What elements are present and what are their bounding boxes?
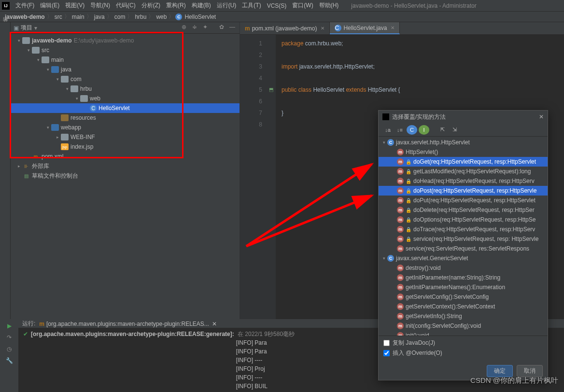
menu-view[interactable]: 视图(V) <box>62 1 87 10</box>
sort-alpha-icon[interactable]: ↓a <box>382 125 393 135</box>
class-icon: C <box>175 14 182 20</box>
project-tool-window: ▣ 项目 ▾ ⊕ ≑ ✦ ✿ — ▾javaweb-demoE:\study\j… <box>11 22 240 319</box>
tab-helloservlet[interactable]: C HelloServlet.java ✕ <box>330 22 400 34</box>
close-icon[interactable]: ✕ <box>321 26 324 31</box>
rerun-icon[interactable]: ↷ <box>4 334 14 344</box>
ok-button[interactable]: 确定 <box>487 365 513 377</box>
dialog-footer: 复制 JavaDoc(J) 插入 @Override(O) <box>379 336 548 362</box>
menu-build[interactable]: 构建(B) <box>189 1 214 10</box>
run-label: 运行: <box>22 320 35 328</box>
app-icon <box>382 113 389 120</box>
crumb-main[interactable]: main <box>71 14 85 20</box>
left-gutter-bar: 结构 <box>0 22 11 319</box>
expand-all-icon[interactable]: ⇱ <box>437 125 448 135</box>
filter-class-icon[interactable]: C <box>407 125 417 135</box>
menu-bar: IJ 文件(F) 编辑(E) 视图(V) 导航(N) 代码(C) 分析(Z) 重… <box>0 0 564 12</box>
menu-edit[interactable]: 编辑(E) <box>37 1 62 10</box>
menu-analyze[interactable]: 分析(Z) <box>139 1 163 10</box>
tab-pom[interactable]: m pom.xml (javaweb-demo) ✕ <box>240 22 330 34</box>
close-icon[interactable]: ✕ <box>539 113 544 120</box>
run-config-tab[interactable]: m [org.apache.maven.plugins:maven-archet… <box>35 321 221 327</box>
menu-nav[interactable]: 导航(N) <box>87 1 113 10</box>
hide-icon[interactable]: — <box>228 24 237 32</box>
menu-code[interactable]: 代码(C) <box>113 1 139 10</box>
sort-type-icon[interactable]: ↓≡ <box>395 125 405 135</box>
crumb-java[interactable]: java <box>93 14 106 20</box>
menu-refactor[interactable]: 重构(R) <box>163 1 189 10</box>
dialog-title: 选择覆盖/实现的方法 <box>392 113 446 121</box>
close-icon[interactable]: ✕ <box>391 25 395 30</box>
gutter-icons: ⬒ <box>266 35 276 319</box>
line-numbers: 12345678 <box>240 35 266 319</box>
menu-help[interactable]: 帮助(H) <box>316 1 342 10</box>
app-logo-icon: IJ <box>2 2 10 10</box>
folder-icon: ▣ <box>14 25 19 31</box>
watermark: CSDN @你的肩上有片枫叶 <box>470 376 558 385</box>
editor-tabs: m pom.xml (javaweb-demo) ✕ C HelloServle… <box>240 22 564 35</box>
breadcrumb: javaweb-demo 〉 src 〉 main 〉 java 〉 com 〉… <box>0 12 564 22</box>
copy-javadoc-checkbox[interactable]: 复制 JavaDoc(J) <box>383 339 543 347</box>
run-toolbar: ▶ ↷ ◷ 🔧 <box>0 320 18 392</box>
crumb-project[interactable]: javaweb-demo <box>4 14 46 20</box>
project-header: ▣ 项目 ▾ ⊕ ≑ ✦ ✿ — <box>11 22 240 34</box>
menu-window[interactable]: 窗口(W) <box>289 1 316 10</box>
menu-run[interactable]: 运行(U) <box>214 1 240 10</box>
menu-file[interactable]: 文件(F) <box>13 1 37 10</box>
crumb-com[interactable]: com <box>113 14 127 20</box>
window-title: javaweb-demo - HelloServlet.java - Admin… <box>351 2 476 9</box>
wrench-icon[interactable]: 🔧 <box>4 357 14 367</box>
tree-selected-file: CHelloServlet <box>11 103 240 113</box>
project-tree[interactable]: ▾javaweb-demoE:\study\javaweb-demo ▾src … <box>11 34 240 319</box>
crumb-class[interactable]: HelloServlet <box>183 14 217 20</box>
menu-vcs[interactable]: VCS(S) <box>264 2 290 9</box>
stop-icon[interactable]: ◷ <box>4 346 14 355</box>
collapse-all-icon[interactable]: ⇲ <box>449 125 460 135</box>
crumb-hrbu[interactable]: hrbu <box>134 14 147 20</box>
override-methods-dialog: 选择覆盖/实现的方法 ✕ ↓a ↓≡ C I ⇱ ⇲ ▾Cjavax.servl… <box>378 110 548 380</box>
collapse-icon[interactable]: ✦ <box>201 24 210 32</box>
method-list[interactable]: ▾Cjavax.servlet.http.HttpServletmHttpSer… <box>379 137 548 336</box>
crumb-web[interactable]: web <box>155 14 168 20</box>
insert-override-checkbox[interactable]: 插入 @Override(O) <box>383 349 543 357</box>
dialog-title-bar[interactable]: 选择覆盖/实现的方法 ✕ <box>379 111 548 123</box>
cancel-button[interactable]: 取消 <box>517 365 543 377</box>
dialog-toolbar: ↓a ↓≡ C I ⇱ ⇲ <box>379 123 548 137</box>
expand-icon[interactable]: ≑ <box>190 24 199 32</box>
locate-icon[interactable]: ⊕ <box>180 24 188 32</box>
override-icon[interactable]: ⬒ <box>266 84 276 96</box>
menu-tools[interactable]: 工具(T) <box>239 1 264 10</box>
crumb-src[interactable]: src <box>54 14 63 20</box>
filter-interface-icon[interactable]: I <box>419 125 429 135</box>
settings-icon[interactable]: ✿ <box>217 24 226 32</box>
run-icon[interactable]: ▶ <box>4 322 14 332</box>
project-title: 项目 <box>21 24 32 32</box>
